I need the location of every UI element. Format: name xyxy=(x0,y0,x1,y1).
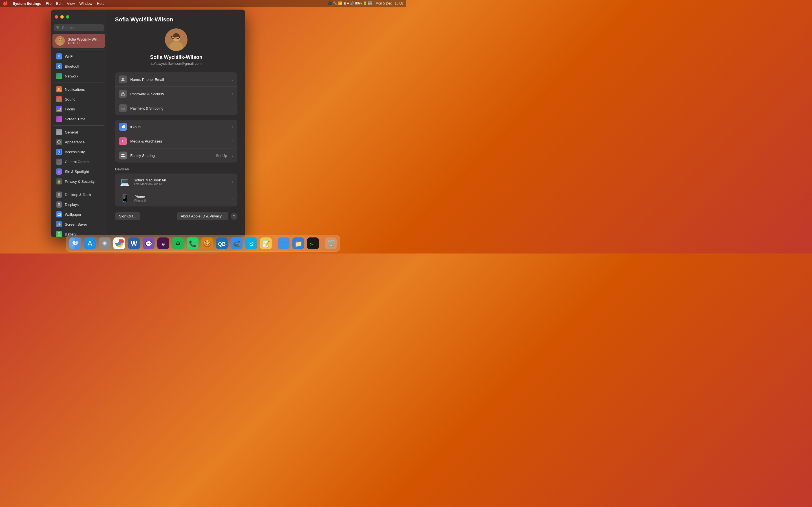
screensaver-icon: ✨ xyxy=(56,221,62,227)
sidebar-item-privacy[interactable]: 🔒 Privacy & Security xyxy=(52,177,105,186)
dock-messenger[interactable]: 💬 xyxy=(142,237,155,250)
bluetooth-label: Bluetooth xyxy=(65,64,80,68)
dock-browser[interactable]: 🌐 xyxy=(277,237,290,250)
dock-whatsapp[interactable]: 📞 xyxy=(186,237,199,250)
media-purchases-label: Media & Purchases xyxy=(130,139,229,144)
svg-text:A: A xyxy=(87,239,93,247)
siri-icon xyxy=(56,168,62,175)
sidebar-item-accessibility[interactable]: ♿ Accessibility xyxy=(52,147,105,157)
displays-icon: 🖥 xyxy=(56,202,62,208)
macbook-name: Sofia's MacBook Air xyxy=(134,178,229,182)
dock-qb[interactable]: QB xyxy=(215,237,229,250)
sidebar-scroll: Sofia Wyciślik-Wil... Apple ID Wi-Fi Blu… xyxy=(51,34,107,237)
dock-zoom[interactable]: 📹 xyxy=(230,237,243,250)
svg-point-25 xyxy=(72,241,75,244)
dock-cookie[interactable]: 🍪 xyxy=(201,237,214,250)
devices-group: 💻 Sofia's MacBook Air This MacBook Air 1… xyxy=(115,173,238,207)
family-sharing-row[interactable]: Family Sharing Set Up › xyxy=(115,149,238,163)
minimize-button[interactable] xyxy=(60,15,64,18)
name-phone-icon xyxy=(119,75,127,83)
dock-appstore[interactable]: A xyxy=(84,237,96,250)
dock-finder[interactable] xyxy=(69,237,82,250)
menubar-edit[interactable]: Edit xyxy=(56,1,62,6)
close-button[interactable] xyxy=(55,15,58,18)
sidebar-divider-2 xyxy=(54,82,104,83)
main-content: Sofia Wyciślik-Wilson Sofia Wyciślik-Wil… xyxy=(107,10,245,237)
search-bar[interactable]: 🔍 xyxy=(54,24,104,31)
focus-label: Focus xyxy=(65,107,75,111)
svg-rect-18 xyxy=(121,107,125,110)
dock-terminal[interactable]: >_ xyxy=(306,237,319,250)
sidebar-item-screensaver[interactable]: ✨ Screen Saver xyxy=(52,219,105,229)
sidebar-item-appearance[interactable]: Appearance xyxy=(52,137,105,147)
sound-icon: 🔊 xyxy=(56,96,62,102)
menubar-window[interactable]: Window xyxy=(79,1,92,6)
sidebar-item-desktop[interactable]: 🖥 Desktop & Dock xyxy=(52,190,105,200)
media-purchases-row[interactable]: A Media & Purchases › xyxy=(115,134,238,149)
sidebar-item-general[interactable]: ⚙️ General xyxy=(52,127,105,137)
user-avatar-large[interactable] xyxy=(165,29,188,51)
macbook-icon: 💻 xyxy=(119,177,130,187)
menubar-file[interactable]: File xyxy=(46,1,52,6)
icloud-label: iCloud xyxy=(130,125,229,129)
media-purchases-icon: A xyxy=(119,137,127,145)
sidebar-divider-4 xyxy=(54,188,104,188)
dock-trash[interactable]: 🗑️ xyxy=(324,237,337,250)
macbook-row[interactable]: 💻 Sofia's MacBook Air This MacBook Air 1… xyxy=(115,173,238,190)
dock-word[interactable]: W xyxy=(128,237,140,250)
dock-systemsettings[interactable] xyxy=(98,237,111,250)
sidebar-item-bluetooth[interactable]: Bluetooth xyxy=(52,61,105,71)
svg-point-7 xyxy=(57,170,60,173)
dock: A W 💬 # 📞 🍪 QB 📹 S 📝 🌐 📁 >_ xyxy=(66,235,340,252)
maximize-button[interactable] xyxy=(66,15,69,18)
general-label: General xyxy=(65,130,78,134)
payment-shipping-row[interactable]: Payment & Shipping › xyxy=(115,101,238,115)
svg-text:QB: QB xyxy=(218,241,226,247)
svg-point-31 xyxy=(103,242,106,244)
desktop-label: Desktop & Dock xyxy=(65,193,91,197)
dock-notes[interactable]: 📝 xyxy=(259,237,272,250)
sidebar-item-profile[interactable]: Sofia Wyciślik-Wil... Apple ID xyxy=(52,34,105,48)
dock-slack[interactable]: # xyxy=(157,237,170,250)
privacy-icon: 🔒 xyxy=(56,178,62,184)
iphone-chevron: › xyxy=(232,196,234,201)
dock-skype[interactable]: S xyxy=(245,237,258,250)
name-phone-email-row[interactable]: Name, Phone, Email › xyxy=(115,72,238,87)
macbook-info: Sofia's MacBook Air This MacBook Air 13" xyxy=(134,178,229,186)
sidebar-item-screentime[interactable]: ⏱ Screen Time xyxy=(52,114,105,124)
password-security-icon xyxy=(119,90,127,98)
menubar-help[interactable]: Help xyxy=(97,1,105,6)
dock-spotify[interactable] xyxy=(171,237,185,250)
sidebar-item-wallpaper[interactable]: 🖼 Wallpaper xyxy=(52,210,105,219)
about-privacy-button[interactable]: About Apple ID & Privacy... xyxy=(177,212,229,220)
sidebar-item-sound[interactable]: 🔊 Sound xyxy=(52,94,105,104)
apple-menu[interactable]: 🍎 xyxy=(3,1,8,6)
icloud-row[interactable]: iCloud › xyxy=(115,120,238,134)
sidebar-item-network[interactable]: 🌐 Network xyxy=(52,71,105,81)
displays-label: Displays xyxy=(65,203,79,207)
password-security-row[interactable]: Password & Security › xyxy=(115,87,238,101)
sidebar-item-displays[interactable]: 🖥 Displays xyxy=(52,200,105,209)
sidebar-item-wifi[interactable]: Wi-Fi xyxy=(52,52,105,61)
svg-text:🍪: 🍪 xyxy=(203,239,211,247)
devices-section-header: Devices xyxy=(115,167,238,171)
sign-out-button[interactable]: Sign Out... xyxy=(115,212,140,220)
menubar-app-name[interactable]: System Settings xyxy=(13,1,41,6)
sidebar-item-notifications[interactable]: 🔔 Notifications xyxy=(52,84,105,94)
dock-chrome[interactable] xyxy=(113,237,126,250)
search-icon: 🔍 xyxy=(56,26,60,30)
sidebar-item-focus[interactable]: 🌙 Focus xyxy=(52,104,105,114)
svg-text:📁: 📁 xyxy=(295,240,303,247)
svg-text:A: A xyxy=(121,140,123,143)
sidebar-item-siri[interactable]: Siri & Spotlight xyxy=(52,167,105,176)
search-input[interactable] xyxy=(62,25,101,30)
menubar-datetime: Mon 5 Dec 10:08 xyxy=(375,1,403,5)
sidebar-item-controlcentre[interactable]: ⊞ Control Centre xyxy=(52,157,105,166)
svg-rect-17 xyxy=(121,94,124,96)
family-sharing-label: Family Sharing xyxy=(130,154,213,158)
menubar-view[interactable]: View xyxy=(67,1,75,6)
help-button[interactable]: ? xyxy=(231,213,238,220)
sidebar: 🔍 Sof xyxy=(51,10,107,237)
iphone-row[interactable]: 📱 iPhone iPhone 8 › xyxy=(115,190,238,207)
dock-files[interactable]: 📁 xyxy=(292,237,305,250)
